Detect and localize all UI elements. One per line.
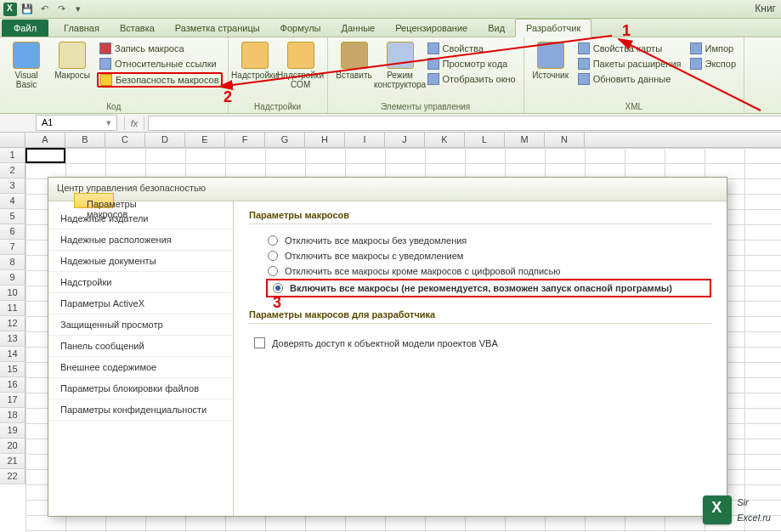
visual-basic-button[interactable]: Visual Basic <box>5 40 48 91</box>
export-button[interactable]: Экспор <box>688 57 739 71</box>
column-header[interactable]: G <box>265 133 305 147</box>
column-header[interactable]: D <box>145 133 185 147</box>
tab-formulas[interactable]: Формулы <box>270 20 331 37</box>
row-header[interactable]: 4 <box>0 194 25 209</box>
row-header[interactable]: 14 <box>0 347 25 362</box>
annotation-3: 3 <box>273 294 281 312</box>
row-header[interactable]: 15 <box>0 362 25 377</box>
formula-input[interactable] <box>148 116 781 131</box>
checkbox-icon <box>254 337 265 348</box>
trust-nav-item[interactable]: Защищенный просмотр <box>48 314 233 336</box>
source-button[interactable]: Источник <box>529 40 572 82</box>
column-header[interactable]: A <box>25 133 65 147</box>
row-header[interactable]: 18 <box>0 408 25 423</box>
row-header[interactable]: 3 <box>0 178 25 194</box>
trust-nav-item[interactable]: Параметры ActiveX <box>48 293 233 314</box>
row-header[interactable]: 1 <box>0 148 25 163</box>
opt-disable-no-notify[interactable]: Отключить все макросы без уведомления <box>249 233 711 248</box>
row-header[interactable]: 6 <box>0 224 25 240</box>
row-header[interactable]: 17 <box>0 393 25 408</box>
save-icon[interactable]: 💾 <box>20 3 34 16</box>
macro-security-button[interactable]: Безопасность макросов <box>97 72 223 88</box>
column-header[interactable]: E <box>185 133 225 147</box>
refresh-icon <box>578 73 590 85</box>
trust-nav-item[interactable]: Надежные документы <box>48 251 233 272</box>
column-header[interactable]: K <box>425 133 465 147</box>
trust-nav-item[interactable]: Надежные издатели <box>48 208 233 229</box>
group-xml: Источник Свойства карты Пакеты расширени… <box>524 37 744 113</box>
row-header[interactable]: 20 <box>0 439 25 454</box>
section-developer-macro: Параметры макросов для разработчика <box>249 309 711 324</box>
map-icon <box>578 42 590 54</box>
trust-nav-item[interactable]: Надежные расположения <box>48 229 233 251</box>
row-header[interactable]: 10 <box>0 286 25 301</box>
expansion-packs-button[interactable]: Пакеты расширения <box>575 57 684 71</box>
trust-nav-item[interactable]: Параметры конфиденциальности <box>48 399 233 421</box>
row-header[interactable]: 22 <box>0 469 25 484</box>
redo-icon[interactable]: ↷ <box>54 3 68 16</box>
opt-disable-notify[interactable]: Отключить все макросы с уведомлением <box>249 248 711 263</box>
row-header[interactable]: 11 <box>0 301 25 316</box>
row-header[interactable]: 21 <box>0 454 25 469</box>
view-code-button[interactable]: Просмотр кода <box>425 57 518 71</box>
annotation-1: 1 <box>622 22 631 40</box>
trust-nav-item[interactable]: Параметры блокировки файлов <box>48 378 233 399</box>
column-header[interactable]: F <box>225 133 265 147</box>
properties-button[interactable]: Свойства <box>425 42 518 55</box>
column-header[interactable]: J <box>385 133 425 147</box>
insert-icon <box>341 42 368 69</box>
row-header[interactable]: 12 <box>0 316 25 331</box>
name-box[interactable]: A1▾ <box>36 115 117 131</box>
radio-icon <box>273 283 283 293</box>
row-header[interactable]: 2 <box>0 163 25 178</box>
row-header[interactable]: 9 <box>0 270 25 286</box>
tab-review[interactable]: Рецензирование <box>385 20 478 37</box>
map-props-button[interactable]: Свойства карты <box>575 42 684 55</box>
column-header[interactable]: L <box>465 133 505 147</box>
record-macro-button[interactable]: Запись макроса <box>97 42 223 55</box>
insert-control-button[interactable]: Вставить <box>333 40 376 82</box>
column-header[interactable]: B <box>65 133 105 147</box>
chk-trust-vba[interactable]: Доверять доступ к объектной модели проек… <box>249 332 711 348</box>
addins-button[interactable]: Надстройки <box>234 40 276 82</box>
row-header[interactable]: 8 <box>0 255 25 270</box>
com-addins-button[interactable]: Надстройки COM <box>280 40 322 91</box>
group-addins: Надстройки Надстройки COM Надстройки <box>229 37 328 113</box>
select-all-corner[interactable] <box>0 133 25 147</box>
column-header[interactable]: N <box>545 133 585 147</box>
qat-dropdown-icon[interactable]: ▾ <box>71 3 85 16</box>
refresh-data-button[interactable]: Обновить данные <box>575 72 684 86</box>
relative-refs-button[interactable]: Относительные ссылки <box>97 57 223 71</box>
tab-layout[interactable]: Разметка страницы <box>165 20 270 37</box>
tab-view[interactable]: Вид <box>478 20 515 37</box>
trust-nav-item[interactable]: Надстройки <box>48 272 233 293</box>
tab-home[interactable]: Главная <box>54 20 110 37</box>
chevron-down-icon[interactable]: ▾ <box>106 117 111 128</box>
column-header[interactable]: M <box>505 133 545 147</box>
design-mode-button[interactable]: Режим конструктора <box>379 40 422 91</box>
dialog-icon <box>427 73 439 85</box>
row-header[interactable]: 19 <box>0 423 25 439</box>
opt-disable-except-signed[interactable]: Отключить все макросы кроме макросов с ц… <box>249 263 711 279</box>
run-dialog-button[interactable]: Отобразить окно <box>425 72 518 86</box>
fx-button[interactable]: fx <box>124 116 144 130</box>
import-button[interactable]: Импор <box>688 42 739 55</box>
column-header[interactable]: I <box>345 133 385 147</box>
trust-nav-item[interactable]: Панель сообщений <box>48 336 233 357</box>
row-header[interactable]: 5 <box>0 209 25 224</box>
tab-data[interactable]: Данные <box>331 20 385 37</box>
tab-developer[interactable]: Разработчик <box>515 19 591 37</box>
undo-icon[interactable]: ↶ <box>37 3 51 16</box>
group-controls: Вставить Режим конструктора Свойства Про… <box>328 37 524 113</box>
tab-file[interactable]: Файл <box>2 20 48 37</box>
column-header[interactable]: H <box>305 133 345 147</box>
tab-insert[interactable]: Вставка <box>110 20 165 37</box>
column-header[interactable]: C <box>105 133 145 147</box>
trust-nav-item[interactable]: Внешнее содержимое <box>48 357 233 378</box>
row-header[interactable]: 7 <box>0 240 25 255</box>
opt-enable-all[interactable]: Включить все макросы (не рекомендуется, … <box>266 279 711 297</box>
row-header[interactable]: 13 <box>0 331 25 347</box>
macros-button[interactable]: Макросы <box>51 40 93 82</box>
formula-bar: A1▾ fx <box>0 114 781 133</box>
row-header[interactable]: 16 <box>0 377 25 393</box>
